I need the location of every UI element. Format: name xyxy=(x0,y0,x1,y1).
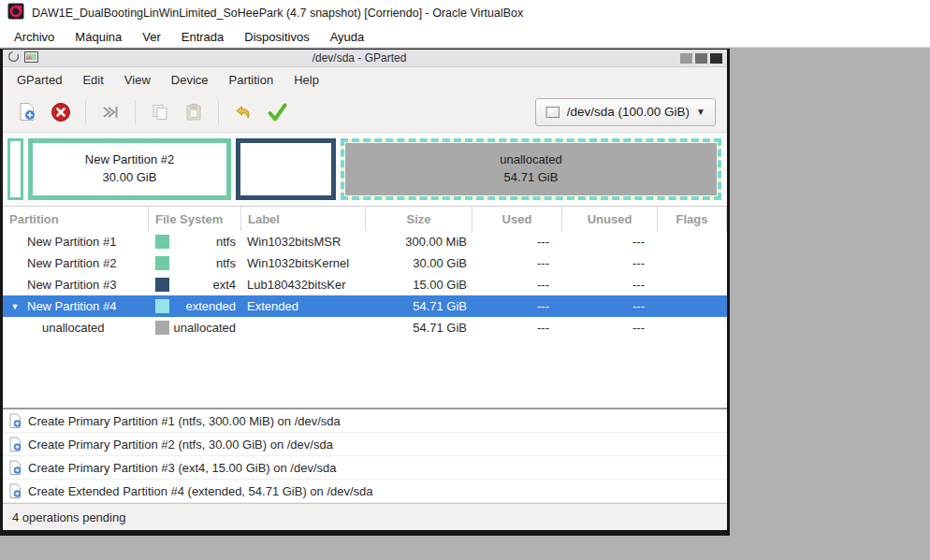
fs-name: unallocated xyxy=(169,321,241,335)
create-operation-icon xyxy=(8,460,22,476)
fs-color-swatch xyxy=(155,321,169,335)
gparted-app-icon xyxy=(24,51,38,65)
partition-name: New Partition #1 xyxy=(27,235,116,249)
statusbar: 4 operations pending xyxy=(3,503,727,530)
gparted-toolbar: /dev/sda (100.00 GiB) ▼ xyxy=(3,92,727,132)
vbox-menu-maquina[interactable]: Máquina xyxy=(65,28,132,46)
vbox-menubar: Archivo Máquina Ver Entrada Dispositivos… xyxy=(0,26,930,48)
expander-triangle-icon[interactable]: ▼ xyxy=(3,302,27,311)
maximize-button[interactable] xyxy=(695,53,707,64)
gparted-window: /dev/sda - GParted GParted Edit View Dev… xyxy=(3,50,727,530)
partition-used: --- xyxy=(472,235,562,249)
close-button[interactable] xyxy=(710,53,722,64)
visual-extended-partition-selected[interactable]: unallocated 54.71 GiB xyxy=(341,138,721,200)
vbox-menu-archivo[interactable]: Archivo xyxy=(4,28,65,46)
vbox-menu-dispositivos[interactable]: Dispositivos xyxy=(234,28,319,46)
fs-name: ext4 xyxy=(169,278,241,292)
paste-icon xyxy=(184,103,203,122)
resize-move-button[interactable] xyxy=(94,97,127,127)
operation-text: Create Extended Partition #4 (extended, … xyxy=(28,484,373,498)
menu-edit[interactable]: Edit xyxy=(72,69,113,91)
column-header-label[interactable]: Label xyxy=(241,207,366,231)
gparted-titlebar[interactable]: /dev/sda - GParted xyxy=(3,50,727,67)
table-row-partition-4-selected[interactable]: ▼New Partition #4 extended Extended 54.7… xyxy=(3,295,727,317)
create-operation-icon xyxy=(8,437,22,452)
fs-color-swatch xyxy=(155,256,169,270)
column-header-flags[interactable]: Flags xyxy=(658,207,727,231)
new-partition-button[interactable] xyxy=(10,97,44,127)
gparted-window-title: /dev/sda - GParted xyxy=(43,51,676,65)
operation-item-1[interactable]: Create Primary Partition #1 (ntfs, 300.0… xyxy=(3,409,727,433)
chevron-down-icon: ▼ xyxy=(696,107,705,117)
virtualbox-logo-icon xyxy=(7,3,24,23)
table-row-partition-3[interactable]: New Partition #3 ext4 Lub180432bitsKer 1… xyxy=(3,274,727,295)
table-row-partition-1[interactable]: New Partition #1 ntfs Win1032bitsMSR 300… xyxy=(3,231,727,252)
column-header-unused[interactable]: Unused xyxy=(562,207,658,231)
partition-label: Lub180432bitsKer xyxy=(241,278,366,292)
partition-size: 15.00 GiB xyxy=(366,278,472,292)
partition-size: 30.00 GiB xyxy=(366,256,472,270)
visual-partition-2-size: 30.00 GiB xyxy=(103,169,157,187)
partition-name: New Partition #2 xyxy=(27,256,116,270)
vbox-menu-entrada[interactable]: Entrada xyxy=(171,28,235,46)
partition-used: --- xyxy=(472,321,562,335)
toolbar-separator xyxy=(218,100,219,124)
operation-text: Create Primary Partition #1 (ntfs, 300.0… xyxy=(28,414,341,428)
toolbar-separator xyxy=(135,100,136,124)
partition-used: --- xyxy=(472,278,562,292)
menu-device[interactable]: Device xyxy=(161,69,219,91)
menu-view[interactable]: View xyxy=(114,69,161,91)
partition-size: 54.71 GiB xyxy=(366,321,472,335)
device-selector-value: /dev/sda (100.00 GiB) xyxy=(567,105,690,119)
delete-partition-button[interactable] xyxy=(44,97,78,127)
undo-icon xyxy=(233,102,254,122)
disk-drive-icon xyxy=(545,106,560,119)
operation-item-2[interactable]: Create Primary Partition #2 (ntfs, 30.00… xyxy=(3,433,727,456)
fs-color-swatch xyxy=(155,235,169,249)
vbox-desktop-background-bottom xyxy=(0,536,730,560)
apply-button[interactable] xyxy=(260,97,294,127)
visual-partition-2[interactable]: New Partition #2 30.00 GiB xyxy=(28,138,231,200)
window-controls xyxy=(680,53,722,64)
paste-button[interactable] xyxy=(177,97,211,127)
column-header-filesystem[interactable]: File System xyxy=(149,207,241,231)
partition-unused: --- xyxy=(562,278,658,292)
undo-button[interactable] xyxy=(226,97,260,127)
table-row-unallocated[interactable]: unallocated unallocated 54.71 GiB --- --… xyxy=(3,317,727,338)
apply-checkmark-icon xyxy=(266,101,288,123)
gparted-menubar: GParted Edit View Device Partition Help xyxy=(3,67,727,92)
vbox-window-title: DAW1E_DualBootingLinWinLimited_SoHeePark… xyxy=(32,7,523,20)
partition-name: New Partition #3 xyxy=(27,278,116,292)
device-selector[interactable]: /dev/sda (100.00 GiB) ▼ xyxy=(535,98,716,126)
column-header-partition[interactable]: Partition xyxy=(3,207,149,231)
partition-table: New Partition #1 ntfs Win1032bitsMSR 300… xyxy=(3,231,727,338)
operation-item-4[interactable]: Create Extended Partition #4 (extended, … xyxy=(3,480,727,503)
visual-partition-3[interactable] xyxy=(236,138,336,200)
partition-unused: --- xyxy=(562,321,658,335)
minimize-button[interactable] xyxy=(680,53,692,64)
debian-swirl-icon xyxy=(7,50,20,65)
fs-color-swatch xyxy=(155,299,169,313)
partition-label: Win1032bitsKernel xyxy=(241,256,366,270)
partition-size: 54.71 GiB xyxy=(366,299,472,313)
partition-used: --- xyxy=(472,299,562,313)
fs-color-swatch xyxy=(155,278,169,292)
column-header-used[interactable]: Used xyxy=(472,207,562,231)
menu-gparted[interactable]: GParted xyxy=(7,69,72,91)
menu-partition[interactable]: Partition xyxy=(219,69,284,91)
operations-pending-text: 4 operations pending xyxy=(12,510,125,524)
visual-partition-1[interactable] xyxy=(7,138,23,200)
partition-size: 300.00 MiB xyxy=(366,235,472,249)
partition-visual-bar: New Partition #2 30.00 GiB unallocated 5… xyxy=(3,132,727,207)
vbox-menu-ver[interactable]: Ver xyxy=(132,28,171,46)
copy-button[interactable] xyxy=(143,97,177,127)
menu-help[interactable]: Help xyxy=(283,69,329,91)
partition-name: New Partition #4 xyxy=(27,299,116,313)
column-header-size[interactable]: Size xyxy=(366,207,472,231)
vbox-menu-ayuda[interactable]: Ayuda xyxy=(320,28,375,46)
table-row-partition-2[interactable]: New Partition #2 ntfs Win1032bitsKernel … xyxy=(3,252,727,274)
operation-item-3[interactable]: Create Primary Partition #3 (ext4, 15.00… xyxy=(3,456,727,480)
partition-unused: --- xyxy=(562,299,658,313)
visual-unallocated[interactable]: unallocated 54.71 GiB xyxy=(344,142,718,196)
toolbar-separator xyxy=(85,100,86,124)
